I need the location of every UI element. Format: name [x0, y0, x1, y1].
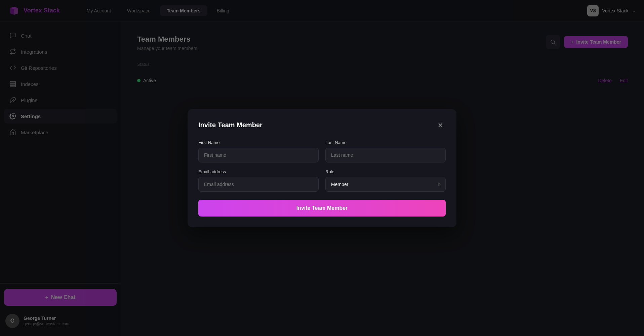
- role-select-wrapper: Member Admin Viewer: [325, 177, 446, 192]
- submit-invite-button[interactable]: Invite Team Member: [198, 200, 446, 217]
- email-role-row: Email address Role Member Admin Viewer: [198, 169, 446, 192]
- first-name-group: First Name: [198, 140, 319, 162]
- first-name-label: First Name: [198, 140, 319, 145]
- email-label: Email address: [198, 169, 319, 174]
- role-group: Role Member Admin Viewer: [325, 169, 446, 192]
- modal-close-button[interactable]: ✕: [435, 120, 446, 131]
- modal-form: First Name Last Name Email address Role: [198, 140, 446, 217]
- last-name-label: Last Name: [325, 140, 446, 145]
- last-name-input[interactable]: [325, 148, 446, 162]
- modal-overlay[interactable]: Invite Team Member ✕ First Name Last Nam…: [0, 0, 644, 336]
- last-name-group: Last Name: [325, 140, 446, 162]
- modal-header: Invite Team Member ✕: [198, 120, 446, 131]
- email-group: Email address: [198, 169, 319, 192]
- invite-modal: Invite Team Member ✕ First Name Last Nam…: [188, 109, 456, 227]
- role-label: Role: [325, 169, 446, 174]
- first-name-input[interactable]: [198, 148, 319, 162]
- email-input[interactable]: [198, 177, 319, 192]
- name-row: First Name Last Name: [198, 140, 446, 162]
- modal-title: Invite Team Member: [198, 121, 263, 129]
- role-select[interactable]: Member Admin Viewer: [325, 177, 446, 192]
